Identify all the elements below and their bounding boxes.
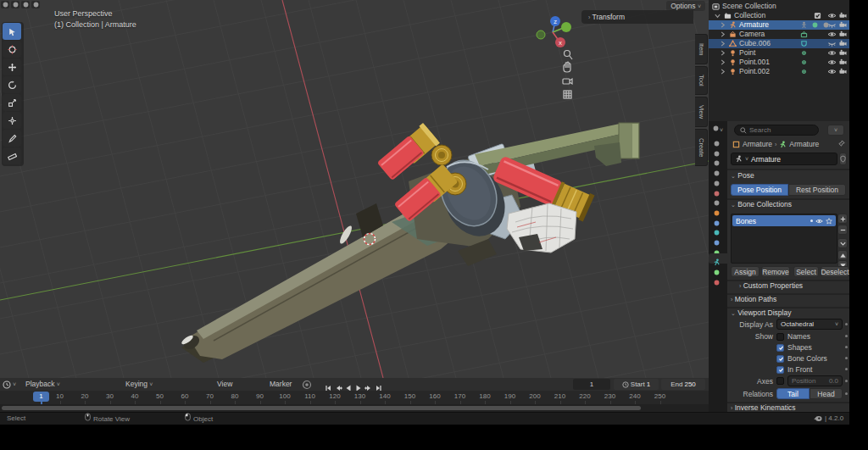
rest-position-button[interactable]: Rest Position xyxy=(788,184,846,196)
tool-scale-button[interactable] xyxy=(3,94,21,111)
overlays-icon[interactable] xyxy=(21,1,30,8)
tab-tool[interactable] xyxy=(713,136,723,144)
tool-rotate-button[interactable] xyxy=(3,76,21,93)
timeline-menu-view[interactable]: View xyxy=(217,378,232,391)
tab-object-data[interactable] xyxy=(713,254,723,263)
animate-dot[interactable] xyxy=(845,357,848,359)
outliner-collection-row[interactable]: Collection xyxy=(709,11,849,20)
timeline-menu-marker[interactable]: Marker xyxy=(270,378,292,391)
zoom-icon[interactable] xyxy=(565,51,573,60)
add-bone-collection-button[interactable] xyxy=(837,214,848,224)
checkbox-icon[interactable] xyxy=(814,12,821,19)
eye-open-icon[interactable] xyxy=(827,31,835,38)
outliner-item-camera[interactable]: Camera xyxy=(709,30,849,39)
pin-icon[interactable] xyxy=(837,140,845,147)
properties-editor-type-selector[interactable]: ˅ xyxy=(712,125,723,134)
viewport-header-icons[interactable] xyxy=(1,1,40,8)
eye-open-icon[interactable] xyxy=(827,68,835,75)
tab-particles[interactable] xyxy=(713,225,723,233)
star-icon[interactable] xyxy=(826,218,832,225)
relations-tail-button[interactable]: Tail xyxy=(776,388,810,399)
checkbox[interactable] xyxy=(776,344,784,352)
breadcrumb[interactable]: Armature › Armature xyxy=(732,140,819,148)
tool-annotate-button[interactable] xyxy=(3,130,21,147)
bone-collections-panel-header[interactable]: ⌄ Bone Collections xyxy=(731,200,792,208)
outliner-item-armature[interactable]: Armature xyxy=(709,20,849,30)
sidebar-tab-view[interactable]: View xyxy=(695,97,708,127)
remove-bone-collection-button[interactable] xyxy=(837,225,848,235)
tab-collection[interactable] xyxy=(713,195,723,203)
fake-user-shield-button[interactable] xyxy=(839,153,847,165)
animate-dot[interactable] xyxy=(845,346,848,348)
tab-object[interactable] xyxy=(713,205,723,214)
eye-icon[interactable] xyxy=(827,12,835,19)
outliner-item-point.001[interactable]: Point.001 xyxy=(709,58,849,67)
frame-start-field[interactable]: Start1 xyxy=(614,379,659,390)
checkbox[interactable] xyxy=(776,333,784,341)
checkbox[interactable] xyxy=(776,366,784,374)
deselect-button[interactable]: Deselect xyxy=(821,266,849,277)
tool-measure-button[interactable] xyxy=(3,147,21,164)
eye-icon[interactable] xyxy=(815,218,823,225)
viewport-3d[interactable]: Z X Options ˅ User Perspective (1) Colle… xyxy=(0,0,709,378)
sidebar-tab-tool[interactable]: Tool xyxy=(695,66,708,95)
eye-open-icon[interactable] xyxy=(827,49,835,57)
frame-end-field[interactable]: End250 xyxy=(661,379,705,390)
inverse-kinematics-panel-header[interactable]: › Inverse Kinematics xyxy=(731,403,796,412)
bone-collection-row[interactable]: Bones xyxy=(732,215,836,226)
remove-button[interactable]: Remove xyxy=(761,266,790,277)
bone-collections-specials-button[interactable] xyxy=(837,238,848,248)
tab-scene[interactable] xyxy=(713,175,723,184)
camera-render-icon[interactable] xyxy=(839,31,847,38)
outliner-scene-collection-row[interactable]: Scene Collection xyxy=(709,2,849,11)
camera-render-icon[interactable] xyxy=(839,49,847,57)
tab-constraints[interactable] xyxy=(713,245,723,253)
view-shading-icon[interactable] xyxy=(11,1,19,8)
move-collection-up-button[interactable] xyxy=(837,250,848,260)
axes-checkbox[interactable] xyxy=(776,377,784,385)
checkbox[interactable] xyxy=(776,355,784,363)
tool-cursor-button[interactable] xyxy=(3,41,21,58)
outliner-item-point.002[interactable]: Point.002 xyxy=(709,67,849,76)
timeline-scrollbar[interactable] xyxy=(0,404,709,412)
pose-position-button[interactable]: Pose Position xyxy=(731,184,788,196)
relations-head-button[interactable]: Head xyxy=(810,388,843,399)
timeline-ruler[interactable]: 1020304050607080901001101201301401501601… xyxy=(0,391,709,404)
tab-render[interactable] xyxy=(713,146,723,154)
display-as-dropdown[interactable]: Octahedral˅ xyxy=(776,319,843,330)
tool-transform-button[interactable] xyxy=(3,112,21,129)
tab-bone[interactable] xyxy=(713,264,723,273)
animate-dot[interactable] xyxy=(845,368,848,370)
timeline-scrollbar-handle[interactable] xyxy=(2,406,641,410)
eye-open-icon[interactable] xyxy=(827,58,835,66)
tab-view-layer[interactable] xyxy=(713,165,723,174)
camera-render-icon[interactable] xyxy=(839,12,847,19)
editor-type-icon[interactable] xyxy=(1,1,9,8)
show-option-in-front[interactable]: In Front xyxy=(776,365,812,374)
tool-move-button[interactable] xyxy=(3,58,21,75)
camera-render-icon[interactable] xyxy=(839,58,847,66)
motion-paths-panel-header[interactable]: › Motion Paths xyxy=(731,295,776,303)
navigation-gizmo[interactable]: Z X xyxy=(537,16,571,47)
tab-modifiers[interactable] xyxy=(713,215,723,224)
timeline-menu-keying[interactable]: Keying ˅ xyxy=(125,378,153,391)
outliner-item-point[interactable]: Point xyxy=(709,48,849,58)
tab-texture[interactable] xyxy=(713,275,723,283)
properties-search-input[interactable]: Search xyxy=(734,125,819,136)
gizmos-icon[interactable] xyxy=(31,1,40,8)
filter-button[interactable]: ˅ xyxy=(827,125,844,136)
current-frame-field[interactable]: 1 xyxy=(573,379,610,390)
sidebar-tab-create[interactable]: Create xyxy=(695,129,708,166)
tab-world[interactable] xyxy=(713,186,723,194)
bone-collections-list[interactable]: Bones xyxy=(731,214,837,264)
show-option-shapes[interactable]: Shapes xyxy=(776,343,812,352)
viewport-display-panel-header[interactable]: ⌄ Viewport Display xyxy=(731,308,791,317)
auto-keying-record-icon[interactable] xyxy=(302,380,312,390)
tab-output[interactable] xyxy=(713,155,723,164)
outliner-item-cube.006[interactable]: Cube.006 xyxy=(709,39,849,48)
editor-type-clock-icon[interactable] xyxy=(3,381,12,389)
sidebar-tab-item[interactable]: Item xyxy=(695,34,708,64)
tab-physics[interactable] xyxy=(713,235,723,243)
transform-panel-header[interactable]: › Transform xyxy=(581,10,693,24)
datablock-name-field[interactable]: ˅ Armature xyxy=(731,153,837,165)
